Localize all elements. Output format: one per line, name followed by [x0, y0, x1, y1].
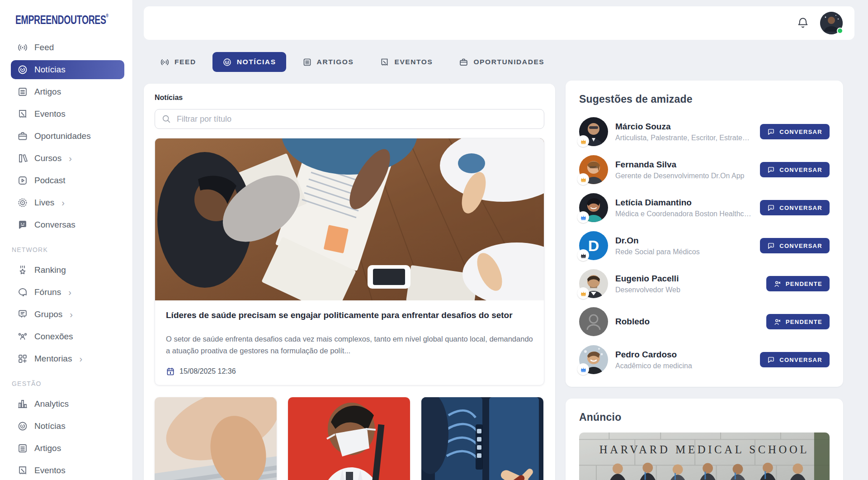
pendente-button[interactable]: PENDENTE: [766, 276, 830, 291]
sidebar-item-lives[interactable]: Lives ›: [11, 193, 124, 212]
person-info: Dr.On Rede Social para Médicos: [615, 236, 753, 256]
suggestion-row-fernanda: Fernanda Silva Gerente de Desenvolviment…: [579, 155, 830, 184]
featured-news-body: Líderes de saúde precisam se engajar pol…: [155, 300, 544, 385]
conversar-button[interactable]: CONVERSAR: [760, 238, 830, 253]
person-name: Eugenio Pacelli: [615, 274, 759, 284]
crown-badge-icon: [577, 211, 589, 223]
brand-name: EMPREENDOUTORES®: [15, 13, 108, 27]
news-thumbnail-laptop[interactable]: [155, 397, 277, 480]
avatar: [579, 345, 608, 374]
grid-plus-icon: [17, 353, 28, 364]
sidebar-item-artigos[interactable]: Artigos: [11, 82, 124, 101]
news-thumbnails-row: [155, 397, 544, 480]
tab-artigos[interactable]: ARTIGOS: [292, 52, 364, 72]
avatar: [579, 193, 608, 222]
sidebar-item-label: Podcast: [34, 176, 66, 185]
conversar-button[interactable]: CONVERSAR: [760, 200, 830, 215]
chat-icon: [767, 166, 775, 174]
people-icon: [17, 331, 28, 342]
right-column: Sugestões de amizade Márcio Souza Articu…: [566, 81, 843, 480]
sidebar-item-gestao-eventos[interactable]: Eventos: [11, 461, 124, 480]
conversar-button[interactable]: CONVERSAR: [760, 124, 830, 139]
crown-badge-icon: [577, 173, 589, 185]
sidebar-item-label: Notícias: [34, 65, 66, 75]
dron-logo-letter: D: [588, 237, 599, 255]
sidebar-item-foruns[interactable]: Fóruns ›: [11, 283, 124, 302]
sidebar-item-label: Notícias: [34, 421, 66, 431]
pendente-button[interactable]: PENDENTE: [766, 314, 830, 329]
broadcast-icon: [160, 57, 170, 67]
group-chat-icon: [17, 309, 28, 320]
news-thumbnail-doctor-mask[interactable]: [288, 397, 410, 480]
sidebar-item-label: Analytics: [34, 399, 69, 409]
chevron-right-icon: ›: [70, 310, 73, 319]
tab-label: FEED: [175, 58, 196, 66]
sidebar-item-label: Mentorias: [34, 354, 72, 364]
sidebar-item-conexoes[interactable]: Conexões: [11, 327, 124, 346]
person-subtitle: Rede Social para Médicos: [615, 248, 753, 256]
suggestions-title: Sugestões de amizade: [579, 93, 830, 105]
person-info: Pedro Cardoso Acadêmico de medicina: [615, 350, 753, 370]
featured-news-card[interactable]: Líderes de saúde precisam se engajar pol…: [155, 138, 544, 385]
suggestion-row-eugenio: Eugenio Pacelli Desenvolvedor Web PENDEN…: [579, 269, 830, 298]
person-info: Robledo: [615, 317, 759, 327]
sidebar-item-label: Eventos: [34, 466, 66, 475]
sidebar-item-eventos[interactable]: Eventos: [11, 105, 124, 124]
tab-feed[interactable]: FEED: [150, 52, 206, 72]
friend-suggestions-card: Sugestões de amizade Márcio Souza Articu…: [566, 81, 843, 387]
avatar: [579, 269, 608, 298]
tab-noticias[interactable]: NOTÍCIAS: [212, 52, 286, 72]
sidebar-item-noticias[interactable]: Notícias: [11, 60, 124, 79]
ad-title: Anúncio: [579, 411, 830, 423]
sidebar-item-label: Oportunidades: [34, 131, 91, 141]
sidebar-item-label: Cursos: [34, 153, 61, 163]
person-subtitle: Acadêmico de medicina: [615, 362, 753, 370]
suggestion-row-marcio: Márcio Souza Articulista, Palestrante, E…: [579, 117, 830, 146]
sidebar-item-grupos[interactable]: Grupos ›: [11, 305, 124, 324]
filter-input[interactable]: [177, 114, 538, 124]
sidebar-item-ranking[interactable]: Ranking: [11, 261, 124, 280]
crown-badge-icon: [577, 249, 589, 261]
conversar-button[interactable]: CONVERSAR: [760, 352, 830, 367]
news-thumbnail-xray[interactable]: [421, 397, 543, 480]
live-icon: [17, 197, 28, 208]
ticket-icon: [17, 109, 28, 119]
ranking-star-icon: [17, 265, 28, 276]
sidebar-item-mentorias[interactable]: Mentorias ›: [11, 349, 124, 368]
tab-eventos[interactable]: EVENTOS: [370, 52, 443, 72]
person-subtitle: Gerente de Desenvolvimento Dr.On App: [615, 172, 753, 180]
sidebar-item-gestao-artigos[interactable]: Artigos: [11, 439, 124, 458]
chat-icon: [767, 356, 775, 364]
sidebar-item-label: Artigos: [34, 87, 61, 97]
person-name: Letícia Diamantino: [615, 198, 753, 208]
person-name: Fernanda Silva: [615, 160, 753, 170]
sidebar-item-gestao-noticias[interactable]: Notícias: [11, 417, 124, 436]
sidebar-item-podcast[interactable]: Podcast: [11, 171, 124, 190]
tab-oportunidades[interactable]: OPORTUNIDADES: [449, 52, 554, 72]
person-name: Márcio Souza: [615, 122, 753, 132]
briefcase-icon: [17, 131, 28, 142]
sidebar-item-oportunidades[interactable]: Oportunidades: [11, 127, 124, 146]
panel-title: Notícias: [155, 94, 544, 102]
person-info: Fernanda Silva Gerente de Desenvolviment…: [615, 160, 753, 180]
person-subtitle: Articulista, Palestrante, Escritor, Estr…: [615, 134, 753, 142]
suggestion-row-dron: D Dr.On Rede Social para Médicos CONVERS…: [579, 231, 830, 260]
suggestion-row-robledo: Robledo PENDENTE: [579, 307, 830, 336]
avatar: [579, 155, 608, 184]
sidebar-item-label: Artigos: [34, 443, 61, 453]
featured-news-title: Líderes de saúde precisam se engajar pol…: [166, 310, 533, 320]
news-radar-icon: [17, 64, 28, 75]
notifications-bell-icon[interactable]: [797, 17, 809, 29]
ad-image[interactable]: HARVARD MEDICAL SCHOOL: [579, 432, 830, 480]
conversar-button[interactable]: CONVERSAR: [760, 162, 830, 177]
broadcast-icon: [17, 42, 28, 53]
ad-card: Anúncio HARVARD MEDICAL SCHOOL: [566, 399, 843, 480]
sidebar-item-feed[interactable]: Feed: [11, 38, 124, 57]
featured-news-date: 15/08/2025 12:36: [179, 367, 236, 375]
sidebar-item-cursos[interactable]: Cursos ›: [11, 149, 124, 168]
sidebar-item-analytics[interactable]: Analytics: [11, 394, 124, 413]
sidebar-item-conversas[interactable]: Conversas: [11, 215, 124, 234]
brand-logo[interactable]: EMPREENDOUTORES®: [11, 8, 124, 32]
user-avatar[interactable]: [820, 12, 843, 34]
briefcase-icon: [459, 57, 468, 67]
